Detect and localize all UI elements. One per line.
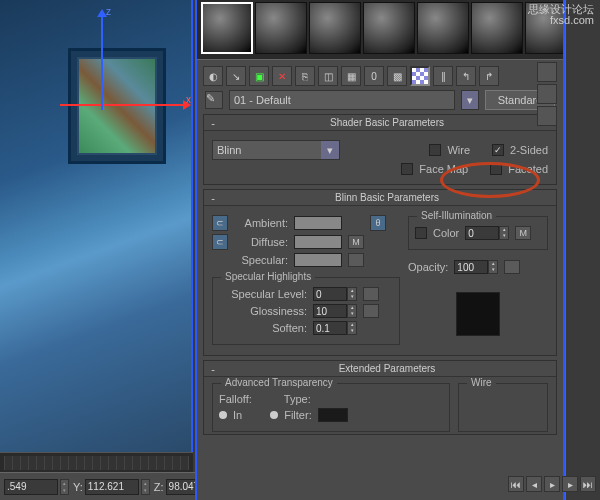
show-end-result-icon[interactable]: ‖ — [433, 66, 453, 86]
sample-type-icon[interactable] — [537, 62, 557, 82]
coord-y-spinner[interactable]: ▴▾ — [141, 479, 150, 495]
opacity-map-button[interactable] — [504, 260, 520, 274]
rollout-header[interactable]: - Shader Basic Parameters — [204, 115, 556, 131]
make-unique-icon[interactable]: ◫ — [318, 66, 338, 86]
specular-swatch[interactable] — [294, 253, 342, 267]
self-illum-map-button[interactable]: M — [515, 226, 531, 240]
go-to-parent-icon[interactable]: ↰ — [456, 66, 476, 86]
show-map-icon[interactable] — [410, 66, 430, 86]
material-name-text: 01 - Default — [234, 94, 291, 106]
coord-x-field: ▴▾ — [4, 479, 69, 495]
specular-map-button[interactable] — [348, 253, 364, 267]
axis-label-x: x — [186, 94, 191, 105]
material-slot[interactable] — [471, 2, 523, 54]
backlight-icon[interactable] — [537, 84, 557, 104]
shader-basic-rollout: - Shader Basic Parameters Blinn ▾ Wire 2… — [203, 114, 557, 185]
rollout-title: Extended Parameters — [222, 363, 552, 374]
make-copy-icon[interactable]: ⎘ — [295, 66, 315, 86]
material-id-icon[interactable]: 0 — [364, 66, 384, 86]
gloss-map-button[interactable] — [363, 304, 379, 318]
material-name-dropdown[interactable]: ▾ — [461, 90, 479, 110]
material-slot[interactable] — [201, 2, 253, 54]
self-illum-color-checkbox[interactable] — [415, 227, 427, 239]
coord-z-label: Z: — [154, 481, 164, 493]
faceted-checkbox[interactable] — [490, 163, 502, 175]
collapse-icon[interactable]: - — [208, 192, 218, 204]
eyedropper-icon[interactable]: ✎ — [205, 91, 223, 109]
rollout-header[interactable]: - Extended Parameters — [204, 361, 556, 377]
two-sided-checkbox[interactable] — [492, 144, 504, 156]
blinn-basic-rollout: - Blinn Basic Parameters ⊂ Ambient: θ ⊂ … — [203, 189, 557, 356]
watermark: 思缘设计论坛 fxsd.com — [528, 4, 594, 26]
material-toolbar: ◐ ↘ ▣ ✕ ⎘ ◫ ▦ 0 ▩ ‖ ↰ ↱ — [203, 66, 557, 86]
diffuse-map-button[interactable]: M — [348, 235, 364, 249]
reset-map-icon[interactable]: ✕ — [272, 66, 292, 86]
rollout-header[interactable]: - Blinn Basic Parameters — [204, 190, 556, 206]
chevron-down-icon[interactable]: ▾ — [321, 141, 339, 159]
timeline[interactable] — [0, 452, 193, 472]
material-name-field[interactable]: 01 - Default — [229, 90, 455, 110]
diffuse-ambient-lock-icon[interactable]: ⊂ — [212, 234, 228, 250]
spec-level-input[interactable] — [313, 287, 347, 301]
background-icon[interactable] — [537, 106, 557, 126]
rollout-title: Shader Basic Parameters — [222, 117, 552, 128]
gloss-spinner[interactable]: ▴▾ — [347, 304, 357, 318]
self-illum-spinner[interactable]: ▴▾ — [499, 226, 509, 240]
timeline-ruler[interactable] — [4, 456, 189, 470]
prev-frame-icon[interactable]: ◂ — [526, 476, 542, 492]
falloff-in-radio[interactable] — [219, 411, 227, 419]
ambient-lock-icon[interactable]: ⊂ — [212, 215, 228, 231]
scene-geometry — [68, 48, 166, 164]
material-slot[interactable] — [309, 2, 361, 54]
collapse-icon[interactable]: - — [208, 363, 218, 375]
soften-spinner[interactable]: ▴▾ — [347, 321, 357, 335]
go-forward-icon[interactable]: ↱ — [479, 66, 499, 86]
show-in-viewport-icon[interactable]: ▩ — [387, 66, 407, 86]
specular-label: Specular: — [234, 254, 288, 266]
put-to-scene-icon[interactable]: ↘ — [226, 66, 246, 86]
facemap-checkbox[interactable] — [401, 163, 413, 175]
extended-params-rollout: - Extended Parameters Advanced Transpare… — [203, 360, 557, 435]
material-slot[interactable] — [363, 2, 415, 54]
coord-y-label: Y: — [73, 481, 83, 493]
coord-y-field: Y: ▴▾ — [73, 479, 150, 495]
diffuse-lock-icon[interactable]: θ — [370, 215, 386, 231]
get-material-icon[interactable]: ◐ — [203, 66, 223, 86]
coord-x-input[interactable] — [4, 479, 58, 495]
goto-start-icon[interactable]: ⏮ — [508, 476, 524, 492]
highlight-curve-preview — [456, 292, 500, 336]
material-slot[interactable] — [417, 2, 469, 54]
assign-to-selection-icon[interactable]: ▣ — [249, 66, 269, 86]
goto-end-icon[interactable]: ⏭ — [580, 476, 596, 492]
faceted-label: Faceted — [508, 163, 548, 175]
ambient-label: Ambient: — [234, 217, 288, 229]
put-to-library-icon[interactable]: ▦ — [341, 66, 361, 86]
ambient-swatch[interactable] — [294, 216, 342, 230]
diffuse-swatch[interactable] — [294, 235, 342, 249]
opacity-spinner[interactable]: ▴▾ — [488, 260, 498, 274]
wire-group-title: Wire — [467, 377, 496, 388]
wire-checkbox[interactable] — [429, 144, 441, 156]
transport-controls: ⏮ ◂ ▸ ▸ ⏭ — [508, 476, 596, 492]
shader-select[interactable]: Blinn ▾ — [212, 140, 340, 160]
gizmo-x-axis[interactable] — [60, 104, 190, 106]
opacity-input[interactable] — [454, 260, 488, 274]
coord-y-input[interactable] — [85, 479, 139, 495]
watermark-line2: fxsd.com — [528, 15, 594, 26]
collapse-icon[interactable]: - — [208, 117, 218, 129]
soften-input[interactable] — [313, 321, 347, 335]
coord-x-spinner[interactable]: ▴▾ — [60, 479, 69, 495]
material-editor-panel: ◐ ↘ ▣ ✕ ⎘ ◫ ▦ 0 ▩ ‖ ↰ ↱ ✎ 01 - Default ▾… — [195, 0, 565, 500]
self-illum-input[interactable] — [465, 226, 499, 240]
perspective-viewport[interactable]: x z — [0, 0, 193, 452]
gloss-input[interactable] — [313, 304, 347, 318]
material-slot[interactable] — [255, 2, 307, 54]
spec-level-spinner[interactable]: ▴▾ — [347, 287, 357, 301]
play-icon[interactable]: ▸ — [544, 476, 560, 492]
type-filter-radio[interactable] — [270, 411, 278, 419]
filter-color-swatch[interactable] — [318, 408, 348, 422]
next-frame-icon[interactable]: ▸ — [562, 476, 578, 492]
wire-label: Wire — [447, 144, 470, 156]
spec-level-map-button[interactable] — [363, 287, 379, 301]
gizmo-z-axis[interactable] — [101, 10, 103, 110]
